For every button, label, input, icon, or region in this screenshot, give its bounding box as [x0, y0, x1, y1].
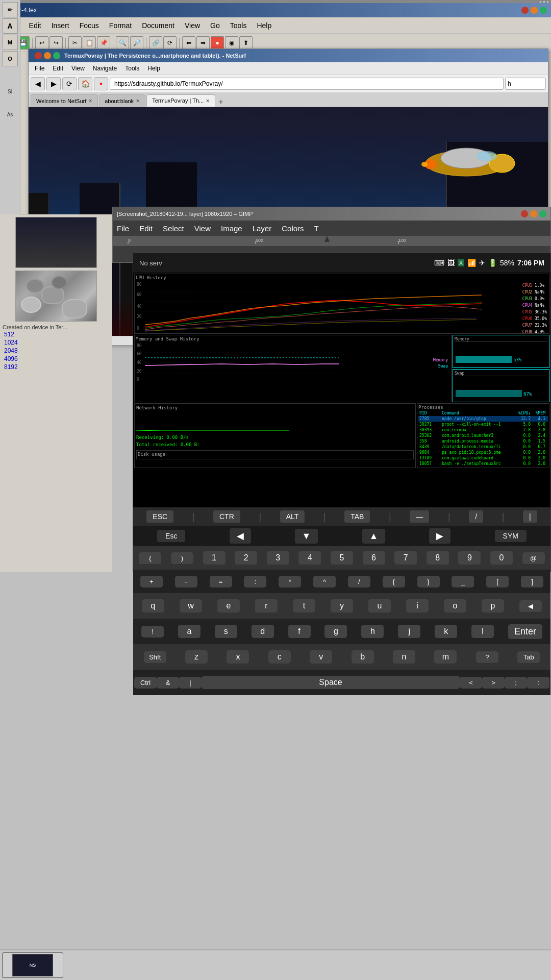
kb-5[interactable]: 5 — [331, 551, 353, 565]
kb-f[interactable]: f — [288, 625, 311, 638]
kb-ctr-key[interactable]: CTR — [213, 510, 240, 523]
ns-home-btn[interactable]: 🏠 — [78, 77, 92, 90]
kb-pipe2[interactable]: | — [179, 677, 202, 689]
kb-question[interactable]: ? — [476, 651, 498, 663]
kb-k[interactable]: k — [435, 625, 457, 638]
menu-tools[interactable]: Tools — [225, 19, 252, 32]
address-input[interactable] — [110, 78, 504, 90]
tool-marquee[interactable]: M — [3, 35, 18, 50]
kb-q[interactable]: q — [142, 599, 164, 612]
kb-esc-key[interactable]: ESC — [146, 510, 173, 523]
size-1024[interactable]: 1024 — [0, 338, 112, 347]
kb-7[interactable]: 7 — [394, 551, 417, 565]
thumbnail-stones[interactable] — [15, 271, 97, 322]
kb-lbrace[interactable]: { — [383, 576, 405, 587]
ns-min-btn[interactable] — [44, 52, 51, 59]
gimp-menu-file[interactable]: File — [117, 224, 129, 233]
kb-lbracket[interactable]: [ — [486, 576, 509, 587]
kb-tab-key[interactable]: TAB — [344, 510, 370, 523]
toolbar-search[interactable]: 🔍 — [116, 36, 129, 50]
kb-arrow-up[interactable]: ▲ — [362, 529, 386, 544]
toolbar-cut[interactable]: ✂ — [68, 36, 82, 50]
kb-2[interactable]: 2 — [235, 551, 257, 565]
kb-v[interactable]: v — [310, 650, 332, 664]
kb-1[interactable]: 1 — [203, 551, 226, 565]
kb-fslash[interactable]: / — [348, 576, 370, 587]
kb-arrow-left[interactable]: ◀ — [230, 528, 251, 544]
kb-at[interactable]: @ — [522, 552, 545, 564]
kb-ctrl[interactable]: Ctrl — [134, 677, 157, 689]
kb-s[interactable]: s — [215, 625, 237, 638]
size-512[interactable]: 512 — [0, 330, 112, 338]
toolbar-copy[interactable]: 📋 — [83, 36, 96, 50]
kb-escape-key[interactable]: Esc — [157, 530, 185, 542]
gimp-min-btn[interactable] — [530, 210, 537, 217]
toolbar-extra4[interactable]: ◉ — [225, 36, 238, 50]
kb-4[interactable]: 4 — [298, 551, 321, 565]
kb-slash-key[interactable]: / — [469, 510, 483, 523]
kb-dash-key[interactable]: — — [410, 510, 429, 523]
termux-gtop[interactable]: CPU History 80 60 40 20 0 — [133, 273, 550, 507]
tab-blank-close[interactable]: ✕ — [136, 98, 140, 104]
kb-8[interactable]: 8 — [427, 551, 449, 565]
kb-w[interactable]: w — [180, 599, 202, 612]
kb-underscore[interactable]: _ — [452, 576, 474, 587]
menu-format[interactable]: Format — [104, 19, 137, 32]
kb-caret[interactable]: ^ — [313, 576, 336, 587]
kb-rparen[interactable]: ) — [171, 552, 193, 564]
kb-backspace[interactable]: ◀ — [519, 600, 542, 612]
toolbar-extra5[interactable]: ⬆ — [239, 36, 253, 50]
ns-max-btn[interactable] — [53, 52, 60, 59]
kb-arrow-right[interactable]: ▶ — [429, 528, 450, 544]
kb-r[interactable]: r — [255, 599, 278, 612]
kb-arrow-down[interactable]: ▼ — [295, 529, 318, 544]
kb-0[interactable]: 0 — [490, 551, 513, 565]
kb-colon2[interactable]: : — [527, 677, 549, 689]
kb-excl[interactable]: ! — [141, 626, 164, 638]
kb-gt[interactable]: > — [482, 677, 505, 689]
gimp-menu-select[interactable]: Select — [163, 224, 184, 233]
ns-menu-edit[interactable]: Edit — [48, 64, 67, 73]
tab-termux-close[interactable]: ✕ — [206, 98, 210, 104]
kb-g[interactable]: g — [324, 625, 347, 638]
tab-termuxpovray[interactable]: TermuxPovray | Th... ✕ — [146, 94, 215, 107]
thumbnail-city[interactable] — [15, 217, 97, 268]
task-netsurf[interactable]: NS — [2, 952, 63, 978]
kb-y[interactable]: y — [331, 599, 353, 612]
kb-a[interactable]: a — [178, 625, 201, 638]
toolbar-paste[interactable]: 📌 — [97, 36, 110, 50]
menu-focus[interactable]: Focus — [74, 19, 104, 32]
kb-6[interactable]: 6 — [363, 551, 385, 565]
kb-equals[interactable]: = — [210, 576, 232, 587]
kb-space[interactable]: Space — [202, 676, 460, 689]
toolbar-zoom-in[interactable]: 🔎 — [130, 36, 143, 50]
kb-9[interactable]: 9 — [458, 551, 481, 565]
toolbar-extra1[interactable]: ⬅ — [182, 36, 195, 50]
ns-reload-btn[interactable]: ⟳ — [62, 77, 77, 90]
gimp-menu-colors[interactable]: Colors — [282, 224, 304, 233]
kb-alt-key[interactable]: ALT — [280, 510, 305, 523]
kb-i[interactable]: i — [406, 599, 429, 612]
tool-pencil[interactable]: ✏ — [3, 2, 18, 17]
kb-n[interactable]: n — [393, 650, 415, 664]
size-2048[interactable]: 2048 — [0, 347, 112, 355]
gimp-menu-view[interactable]: View — [194, 224, 211, 233]
kb-shift[interactable]: Shft — [144, 651, 166, 663]
kb-o[interactable]: o — [444, 599, 466, 612]
maximize-btn[interactable] — [540, 7, 547, 14]
kb-t[interactable]: t — [293, 599, 315, 612]
size-8192[interactable]: 8192 — [0, 363, 112, 371]
toolbar-extra3[interactable]: ● — [211, 36, 224, 50]
gimp-menu-layer[interactable]: Layer — [253, 224, 272, 233]
ns-menu-view[interactable]: View — [67, 64, 89, 73]
tab-blank[interactable]: about:blank ✕ — [99, 94, 145, 107]
toolbar-extra2[interactable]: ➡ — [196, 36, 210, 50]
close-btn[interactable] — [521, 7, 529, 14]
kb-minus[interactable]: - — [175, 576, 197, 587]
kb-lt[interactable]: < — [460, 677, 482, 689]
gimp-close-btn[interactable] — [521, 210, 528, 217]
gimp-menu-image[interactable]: Image — [221, 224, 242, 233]
toolbar-reload[interactable]: ⟳ — [163, 36, 177, 50]
kb-d[interactable]: d — [252, 625, 274, 638]
gimp-max-btn[interactable] — [539, 210, 546, 217]
